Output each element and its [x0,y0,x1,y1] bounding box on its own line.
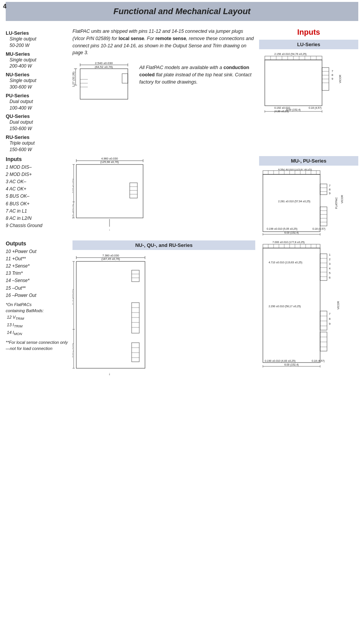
inputs-list: 1 MOD DIS– 2 MOD DIS+ 3 AC OK– 4 AC OK+ … [6,164,69,230]
outputs-notes: *On FlatPACscontaining BatMods: 12 VTRIM… [6,301,69,352]
outputs-list: 10 +Power Out 11 +Out** 12 +Sense* 13 Tr… [6,248,69,299]
conduction-text: All FlatPAC models are available with a … [139,60,255,85]
nu-top-dim: 7.000 ±0.010 (177,8 ±0,25) [272,241,304,244]
svg-rect-90 [263,244,320,248]
intro-text: FlatPAC units are shipped with pins 11-1… [72,28,255,56]
output-11: 11 +Out** [6,255,69,263]
mu-vert-dim: 3.83 (97,16) [72,179,74,193]
top-dim: 2.156 ±0.010 (54,76 ±0,25) [274,53,306,56]
mu-pu-right-svg: FLATPAC VICOR 7 8 9 6.00 (152,4) 4.562 ±… [259,169,354,237]
nu-qu-ru-box: NU-, QU-, and RU-Series [72,240,255,250]
svg-rect-111 [320,332,327,351]
nu-vert-dim: 5.48 (139,19) [72,289,74,305]
flatpac-label: FLATPAC [335,197,338,208]
vicor-label-nu: VICOR [337,301,340,309]
pin8-nu: 8 [329,317,330,321]
svg-rect-3 [80,69,128,99]
lu-side-diagram: 2.540 ±0.030 (64,52 ±0,76) 1.27 (32,26) [72,60,135,110]
bot-dim-mu1: 0.199 ±0.010 (5,05 ±0,25) [267,227,297,231]
input-5: 5 BUS OK– [6,193,69,200]
series-pu: PU-Series Dual output100-400 W [6,93,65,111]
input-9: 9 Chassis Ground [6,222,69,229]
outputs-section-left: Outputs 10 +Power Out 11 +Out** 12 +Sens… [6,240,69,384]
pin3-nu: 3 [329,262,330,266]
series-list: LU-Series Single output50-200 W MU-Serie… [6,28,69,153]
series-nu: NU-Series Single output300-600 W [6,72,65,90]
series-mu: MU-Series Single output200-400 W [6,51,65,70]
pin9-label: 9 [332,77,333,81]
io-labels: Inputs 1 MOD DIS– 2 MOD DIS+ 3 AC OK– 4 … [6,156,69,239]
nu-mid-dim1: 4.710 ±0.010 (119,63 ±0,25) [269,261,302,264]
nu-left-svg: 7.380 ±0.030 (187,45 ±0,76) 5 [72,253,149,383]
output-10: 10 +Power Out [6,248,69,255]
lu-diagram-left: 2.540 ±0.030 (64,52 ±0,76) 1.27 (32,26) [72,60,135,111]
svg-rect-70 [76,261,145,368]
pin7-mu: 7 [329,184,330,187]
input-3: 3 AC OK– [6,178,69,185]
series-ru: RU-Series Triple output150-600 W [6,134,65,153]
pin1-nu: 1 [329,253,330,256]
right-column: Inputs LU-Series [259,28,358,153]
input-7: 7 AC in L1 [6,208,69,215]
svg-rect-56 [320,184,327,195]
pin7-nu: 7 [329,312,330,316]
output-12: 12 +Sense* [6,263,69,270]
svg-rect-107 [320,311,327,330]
nu-bot-dim1: 0.190 ±0.010 (4,83 ±0,25) [265,359,295,363]
input-6: 6 BUS OK+ [6,200,69,208]
mu-dim1b: (125,98 ±0,76) [100,160,119,164]
svg-rect-101 [320,254,327,280]
bot-dim3: 0.18 (4,57) [309,106,322,110]
nu-dim1: 7.380 ±0.030 [102,254,119,257]
mu-pu-box: MU-, PU-Series [259,156,358,166]
width-dim-mu: 6.00 (152,4) [284,231,299,234]
mu-dim1: 4.960 ±0.030 [101,157,118,160]
nu-qu-ru-middle: NU-, QU-, and RU-Series 7.380 ±0.030 (18… [69,240,259,384]
pin8-label: 8 [332,73,333,77]
mu-pu-left-svg: 4.960 ±0.030 (125,98 ±0,76) 3.83 (97,16)… [72,156,149,231]
svg-rect-74 [132,303,139,333]
svg-rect-71 [132,270,139,282]
input-1: 1 MOD DIS– [6,164,69,171]
nu-dim1b: (187,45 ±0,76) [101,257,120,261]
pin6-nu: 6 [329,276,330,279]
pin2-nu: 2 [329,258,330,261]
output-14: 14 –Sense* [6,277,69,284]
svg-rect-4 [122,74,128,83]
pin9-mu: 9 [329,192,330,195]
down-arrow-nu: ↓ [109,372,111,376]
nu-width-dim: 6.00 (152,4) [284,363,299,366]
nu-mid-dim2: 2.290 ±0.010 (58,17 ±0,25) [269,305,301,308]
lu-series-box: LU-Series [259,40,358,49]
svg-rect-59 [320,207,327,226]
svg-rect-11 [265,60,322,106]
pin4-nu: 4 [329,267,330,270]
input-2: 2 MOD DIS+ [6,171,69,178]
arrow-label: ↓ [109,228,110,231]
pin9-nu: 9 [329,322,330,326]
output-13: 13 Trim* [6,270,69,277]
output-15: 15 –Out** [6,285,69,292]
lu-right-svg: VICOR 6.00 (152,4) 2.156 ±0.010 (54,76 ±… [259,52,354,113]
outputs-heading: Outputs [6,240,69,247]
pin5-nu: 5 [329,271,330,275]
output-16: 16 –Power Out [6,292,69,299]
middle-column: FlatPAC units are shipped with pins 11-1… [69,28,259,153]
nu-bot-dim2: 0.18 (4,57) [312,359,325,363]
svg-rect-44 [263,174,320,232]
page-header: Functional and Mechanical Layout [6,2,358,21]
mid-dim-mu: 2.281 ±0.010 (57,94 ±0,25) [278,200,310,203]
input-8: 8 AC in L2/N [6,215,69,222]
svg-rect-33 [76,164,143,218]
vicor-label: VICOR [339,75,341,83]
page-number: 4 [3,3,6,10]
inputs-section-title: Inputs [259,28,358,37]
vicor-label2: VICOR [341,195,343,203]
bot-dim1: 0.192 ±0.010 [274,106,290,109]
mu-pu-right: MU-, PU-Series [259,156,358,239]
mu-bot-dim: 1.17 (29,72) [72,204,74,219]
series-lu: LU-Series Single output50-200 W [6,30,65,49]
dim-width-label2: (64,52 ±0,76) [95,65,113,69]
nu-qu-ru-right: 1 2 3 4 5 6 7 8 9 VICOR [259,240,358,384]
nu-bot-dim: 1.93 (49,02) [72,343,74,358]
